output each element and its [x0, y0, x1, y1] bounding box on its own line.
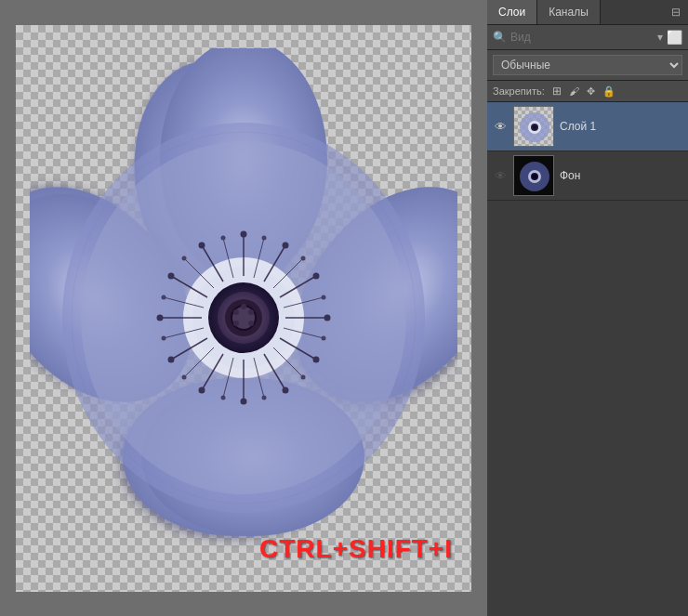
svg-point-74 [533, 125, 537, 130]
svg-point-79 [533, 175, 537, 179]
svg-point-49 [262, 235, 267, 240]
svg-point-69 [248, 321, 254, 326]
layer-name-layer1: Слой 1 [560, 120, 682, 133]
tab-channels[interactable]: Каналы [537, 0, 601, 24]
svg-point-55 [221, 395, 226, 400]
svg-point-57 [162, 335, 166, 340]
blend-mode-select[interactable]: Обычные [493, 55, 682, 75]
svg-point-56 [182, 374, 187, 379]
svg-point-46 [157, 314, 164, 321]
panel-content-area: 🔍 ▾ ⬜ Обычные Закрепить: ⊞ 🖌 ✥ 🔒 👁 [487, 25, 688, 616]
svg-point-38 [283, 242, 289, 248]
svg-point-70 [233, 321, 239, 326]
svg-point-66 [233, 309, 239, 315]
lock-checkerboard-icon[interactable]: ⊞ [552, 85, 562, 98]
search-arrow-icon[interactable]: ▾ [657, 31, 663, 44]
flower-image [30, 48, 457, 569]
svg-point-48 [199, 242, 205, 248]
svg-point-44 [199, 387, 205, 393]
layer-thumbnail-layer1 [513, 106, 554, 147]
svg-point-41 [313, 356, 320, 362]
eye-icon-layer1: 👁 [495, 120, 507, 134]
blend-mode-row: Обычные [487, 50, 688, 81]
canvas-container: CTRL+SHIFT+I [16, 25, 471, 592]
svg-point-51 [322, 295, 326, 299]
tab-layers[interactable]: Слои [487, 0, 537, 24]
svg-point-37 [241, 230, 247, 237]
svg-point-39 [313, 272, 320, 279]
main-canvas-area: CTRL+SHIFT+I [0, 0, 487, 616]
svg-point-54 [262, 395, 267, 400]
layer-search-row: 🔍 ▾ ⬜ [487, 25, 688, 50]
svg-point-52 [322, 335, 326, 340]
svg-point-50 [301, 256, 306, 260]
layers-list: 👁 Слой 1 👁 [487, 102, 688, 616]
svg-point-68 [241, 304, 246, 309]
svg-point-53 [301, 374, 306, 379]
svg-point-42 [283, 387, 289, 393]
lock-padlock-icon[interactable]: 🔒 [602, 85, 615, 98]
svg-point-45 [168, 356, 175, 362]
layer-name-bg: Фон [560, 169, 682, 182]
svg-point-59 [182, 256, 187, 260]
layer-thumbnail-bg [513, 155, 554, 196]
layer-visibility-toggle-layer1[interactable]: 👁 [493, 119, 508, 134]
lock-brush-icon[interactable]: 🖌 [569, 85, 579, 97]
svg-point-67 [248, 309, 254, 315]
svg-point-43 [241, 398, 247, 404]
layer-filter-icon[interactable]: ⬜ [667, 30, 682, 45]
panel-options-icon[interactable]: ⊟ [664, 0, 688, 24]
layer-item-layer1[interactable]: 👁 Слой 1 [487, 102, 688, 151]
layers-panel: Слои Каналы ⊟ 🔍 ▾ ⬜ Обычные Закрепить: ⊞… [487, 0, 688, 616]
lock-move-icon[interactable]: ✥ [587, 85, 595, 98]
svg-point-60 [221, 235, 226, 240]
layer-visibility-toggle-bg[interactable]: 👁 [493, 168, 508, 183]
shortcut-label: CTRL+SHIFT+I [259, 534, 453, 564]
lock-row: Закрепить: ⊞ 🖌 ✥ 🔒 [487, 81, 688, 102]
svg-point-40 [324, 314, 331, 321]
search-icon: 🔍 [493, 31, 507, 44]
svg-point-58 [162, 295, 166, 299]
layer-item-background[interactable]: 👁 Фон [487, 151, 688, 201]
lock-label: Закрепить: [493, 85, 545, 97]
layer-search-input[interactable] [510, 31, 654, 44]
svg-point-47 [168, 272, 175, 279]
panel-tab-bar: Слои Каналы ⊟ [487, 0, 688, 25]
eye-icon-bg: 👁 [495, 169, 507, 183]
